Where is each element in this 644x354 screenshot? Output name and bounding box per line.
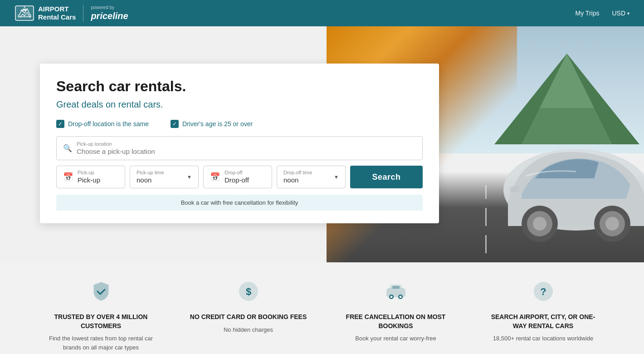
- checkboxes-row: ✓ Drop-off location is the same ✓ Driver…: [56, 120, 423, 128]
- svg-point-20: [399, 296, 401, 298]
- car-icon: [337, 280, 455, 306]
- dropoff-same-checkbox[interactable]: ✓ Drop-off location is the same: [56, 120, 149, 128]
- question-circle-svg: ?: [532, 280, 554, 302]
- search-card: Search car rentals. Great deals on renta…: [40, 64, 439, 223]
- logo-text-block: AIRPORT Rental Cars: [38, 5, 76, 21]
- header-nav: My Trips USD ▾: [576, 10, 629, 17]
- pickup-date-value: Pick-up: [78, 176, 100, 184]
- svg-text:?: ?: [540, 286, 546, 297]
- dropoff-time-field[interactable]: Drop-off time noon ▼: [277, 166, 346, 188]
- pickup-time-label: Pick-up time: [137, 170, 187, 175]
- currency-selector[interactable]: USD ▾: [612, 10, 629, 17]
- shield-check-svg: [90, 280, 112, 302]
- svg-point-10: [533, 217, 546, 231]
- time-chevron-icon: ▼: [187, 174, 192, 180]
- date-row: 📅 Pick-up Pick-up Pick-up time noon ▼ 📅 …: [56, 166, 423, 188]
- feature-desc-cancel: Book your rental car worry-free: [337, 334, 455, 343]
- airport-icon: [15, 5, 34, 21]
- feature-desc-trusted: Find the lowest rates from top rental ca…: [42, 334, 160, 352]
- logo-text: AIRPORT Rental Cars: [38, 5, 76, 21]
- search-subtitle: Great deals on rental cars.: [56, 99, 423, 110]
- dropoff-date-value: Drop-off: [224, 176, 249, 184]
- feature-title-cancel: FREE CANCELLATION ON MOST BOOKINGS: [337, 313, 455, 330]
- car-icon-svg: [385, 280, 407, 302]
- location-field-label: Pick-up location: [77, 141, 416, 147]
- chevron-down-icon: ▾: [627, 11, 629, 16]
- pickup-field-inner: Pick-up Pick-up: [78, 170, 118, 184]
- pickup-time-value: noon: [137, 176, 151, 184]
- search-icon: 🔍: [63, 144, 72, 152]
- location-input-wrapper[interactable]: 🔍 Pick-up location: [56, 136, 423, 160]
- dollar-circle-svg: $: [238, 280, 259, 302]
- feature-desc-search: 18,500+ rental car locations worldwide: [484, 334, 602, 343]
- hero-section: Search car rentals. Great deals on renta…: [0, 26, 644, 262]
- logo-area: AIRPORT Rental Cars powered by priceline: [15, 5, 128, 21]
- dropoff-time-chevron-icon: ▼: [334, 174, 339, 180]
- free-cancel-bar: Book a car with free cancellation for fl…: [56, 195, 423, 211]
- calendar-icon-pickup: 📅: [63, 172, 73, 182]
- dollar-circle-icon: $: [190, 280, 307, 306]
- feature-item-search: ? SEARCH AIRPORT, CITY, OR ONE-WAY RENTA…: [475, 280, 611, 343]
- pickup-date-label: Pick-up: [78, 170, 118, 175]
- question-circle-icon: ?: [484, 280, 602, 306]
- powered-by-block: powered by priceline: [91, 5, 128, 21]
- pickup-time-inner: Pick-up time noon: [137, 170, 187, 184]
- checkbox-checked-icon-2: ✓: [171, 120, 179, 128]
- feature-title-search: SEARCH AIRPORT, CITY, OR ONE-WAY RENTAL …: [484, 313, 602, 330]
- svg-point-18: [390, 296, 392, 298]
- location-input-inner: Pick-up location: [77, 141, 416, 155]
- dropoff-date-field[interactable]: 📅 Drop-off Drop-off: [203, 166, 272, 188]
- feature-item-trusted: TRUSTED BY OVER 4 MILLION CUSTOMERS Find…: [33, 280, 169, 352]
- location-input[interactable]: [77, 148, 416, 155]
- checkbox-checked-icon: ✓: [56, 120, 64, 128]
- dropoff-time-value: noon: [283, 176, 298, 184]
- driver-age-checkbox[interactable]: ✓ Driver's age is 25 or over: [171, 120, 253, 128]
- features-section: TRUSTED BY OVER 4 MILLION CUSTOMERS Find…: [0, 262, 644, 354]
- shield-check-icon: [42, 280, 160, 306]
- svg-point-2: [21, 10, 23, 11]
- pickup-time-field[interactable]: Pick-up time noon ▼: [130, 166, 199, 188]
- feature-desc-fees: No hidden charges: [190, 325, 307, 334]
- site-header: AIRPORT Rental Cars powered by priceline…: [0, 0, 644, 26]
- dropoff-time-inner: Drop-off time noon: [283, 170, 334, 184]
- svg-text:$: $: [245, 286, 251, 297]
- dropoff-date-label: Drop-off: [224, 170, 265, 175]
- calendar-icon-dropoff: 📅: [210, 172, 220, 182]
- dropoff-time-label: Drop-off time: [283, 170, 334, 175]
- svg-rect-3: [23, 9, 26, 11]
- svg-rect-21: [392, 286, 400, 289]
- dropoff-same-label: Drop-off location is the same: [68, 120, 149, 128]
- my-trips-link[interactable]: My Trips: [576, 10, 600, 17]
- feature-item-fees: $ NO CREDIT CARD OR BOOKING FEES No hidd…: [181, 280, 317, 334]
- search-title: Search car rentals.: [56, 78, 423, 95]
- location-input-row: 🔍 Pick-up location: [56, 136, 423, 160]
- search-button[interactable]: Search: [350, 166, 423, 188]
- feature-item-cancel: FREE CANCELLATION ON MOST BOOKINGS Book …: [328, 280, 464, 343]
- priceline-logo: priceline: [91, 11, 128, 21]
- free-cancel-text: Book a car with free cancellation for fl…: [181, 199, 298, 206]
- dropoff-field-inner: Drop-off Drop-off: [224, 170, 265, 184]
- feature-title-fees: NO CREDIT CARD OR BOOKING FEES: [190, 313, 307, 322]
- currency-label: USD: [612, 10, 625, 17]
- logo-left: AIRPORT Rental Cars: [15, 5, 83, 21]
- pickup-date-field[interactable]: 📅 Pick-up Pick-up: [56, 166, 125, 188]
- driver-age-label: Driver's age is 25 or over: [182, 120, 253, 128]
- feature-title-trusted: TRUSTED BY OVER 4 MILLION CUSTOMERS: [42, 313, 160, 330]
- powered-by-label: powered by: [91, 5, 128, 10]
- svg-point-13: [605, 217, 619, 231]
